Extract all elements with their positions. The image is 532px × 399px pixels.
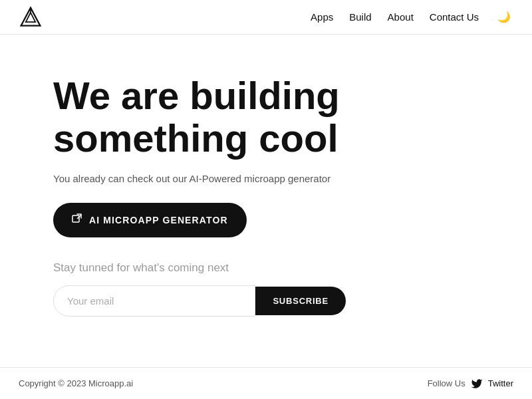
dark-mode-toggle[interactable]: 🌙 <box>495 8 513 26</box>
stay-tuned-text: Stay tunned for what's coming next <box>53 261 479 275</box>
nav-build[interactable]: Build <box>349 11 371 23</box>
svg-rect-3 <box>72 215 79 222</box>
footer: Copyright © 2023 Microapp.ai Follow Us T… <box>0 367 532 399</box>
hero-subtitle: You already can check out our AI-Powered… <box>53 173 479 184</box>
follow-us-label: Follow Us <box>428 378 466 388</box>
subscribe-row: SUBSCRIBE <box>53 285 346 317</box>
footer-social: Follow Us Twitter <box>428 378 513 390</box>
external-link-icon <box>72 213 82 227</box>
hero-title: We are building something cool <box>53 74 399 160</box>
footer-copyright: Copyright © 2023 Microapp.ai <box>19 378 133 388</box>
logo[interactable] <box>19 5 43 29</box>
logo-icon <box>19 5 43 29</box>
cta-button[interactable]: AI MICROAPP GENERATOR <box>53 203 247 237</box>
twitter-icon <box>471 378 483 390</box>
main-content: We are building something cool You alrea… <box>0 35 532 367</box>
nav-apps[interactable]: Apps <box>311 11 333 23</box>
email-input[interactable] <box>53 285 255 317</box>
nav-contact[interactable]: Contact Us <box>430 11 479 23</box>
twitter-link[interactable]: Twitter <box>488 378 513 388</box>
subscribe-button[interactable]: SUBSCRIBE <box>255 287 346 315</box>
cta-label: AI MICROAPP GENERATOR <box>89 215 228 225</box>
main-nav: Apps Build About Contact Us 🌙 <box>311 8 513 26</box>
nav-about[interactable]: About <box>388 11 414 23</box>
